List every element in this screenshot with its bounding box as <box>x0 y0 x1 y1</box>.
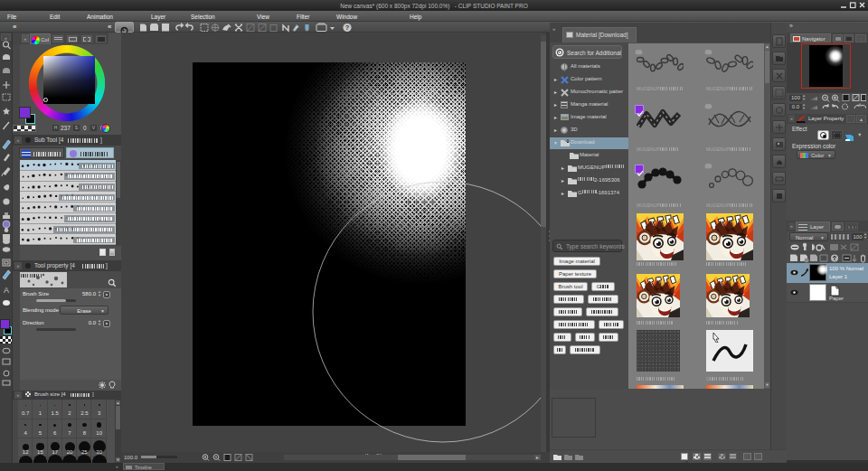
svg-text:?: ? <box>345 24 350 32</box>
svg-text:A: A <box>4 286 9 295</box>
